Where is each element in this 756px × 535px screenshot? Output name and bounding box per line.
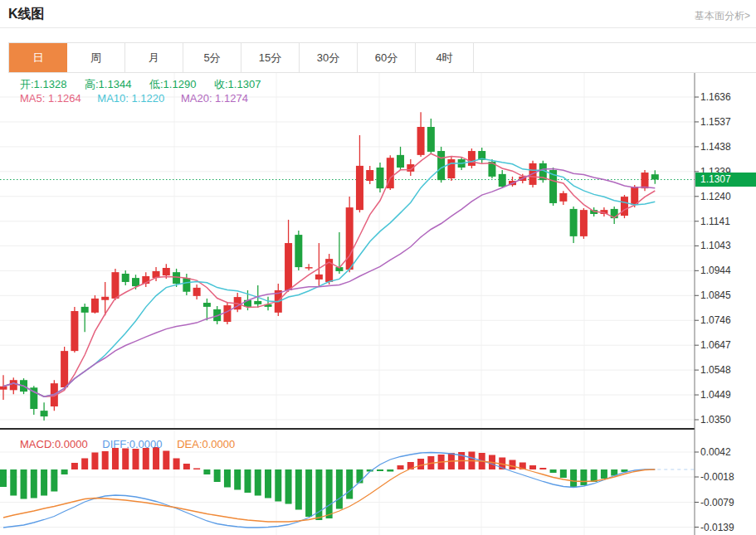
current-price-tag: 1.1307 xyxy=(695,173,756,187)
macd-bar xyxy=(295,469,302,510)
close-value: 收:1.1307 xyxy=(214,78,261,90)
macd-bar xyxy=(81,459,88,470)
price-tick-label: 1.0746 xyxy=(700,314,752,327)
macd-bar xyxy=(163,451,169,470)
diff-value: DIFF:0.0000 xyxy=(102,438,162,450)
tab-5min[interactable]: 5分 xyxy=(183,43,241,72)
macd-bar xyxy=(183,464,190,469)
macd-bar xyxy=(387,469,393,472)
macd-bar xyxy=(10,469,17,496)
candle-body xyxy=(132,278,139,286)
candle-body xyxy=(111,272,119,299)
chart-area: 开:1.1328 高:1.1344 低:1.1290 收:1.1307 MA5:… xyxy=(0,73,756,535)
tab-30min[interactable]: 30分 xyxy=(300,43,358,72)
macd-bar xyxy=(234,469,241,490)
candle-body xyxy=(163,268,170,275)
page-title: K线图 xyxy=(8,6,45,23)
candle-body xyxy=(254,301,261,304)
current-price-value: 1.1307 xyxy=(700,173,731,185)
candle-body xyxy=(499,174,506,187)
candle-body xyxy=(122,274,129,282)
macd-bar xyxy=(203,469,210,474)
candle-body xyxy=(346,207,354,270)
macd-bar xyxy=(529,465,536,469)
candle-body xyxy=(447,159,455,178)
macd-bar xyxy=(31,469,37,499)
macd-value: MACD:0.0000 xyxy=(20,438,88,450)
macd-bar xyxy=(224,469,231,488)
candle-body xyxy=(223,305,231,322)
macd-bar xyxy=(550,469,557,473)
macd-bar xyxy=(265,469,271,499)
macd-bar xyxy=(112,448,119,469)
candle-body xyxy=(437,151,445,180)
candle-body xyxy=(183,278,190,292)
kline-page: K线图 基本面分析> 日 周 月 5分 15分 30分 60分 4时 开:1.1… xyxy=(0,0,756,535)
macd-bar xyxy=(143,448,149,469)
chart-canvas[interactable] xyxy=(0,73,756,535)
tab-day[interactable]: 日 xyxy=(9,43,67,72)
price-tick-label: 1.1043 xyxy=(700,239,752,252)
tab-15min[interactable]: 15分 xyxy=(241,43,300,72)
macd-tick-label: -0.0139 xyxy=(700,521,752,534)
macd-bar xyxy=(305,469,312,517)
tab-4hour[interactable]: 4时 xyxy=(416,43,474,72)
macd-bar xyxy=(214,469,221,482)
candles-group xyxy=(0,112,659,421)
tab-month[interactable]: 月 xyxy=(125,43,183,72)
price-tick-label: 1.1141 xyxy=(700,215,752,228)
macd-histogram xyxy=(0,447,627,520)
high-value: 高:1.1344 xyxy=(85,78,131,90)
tab-week[interactable]: 周 xyxy=(67,43,125,72)
candle-body xyxy=(305,267,313,269)
macd-bar xyxy=(193,469,200,470)
macd-bar xyxy=(510,460,516,470)
candle-body xyxy=(366,170,373,181)
candle-body xyxy=(651,174,659,179)
candle-body xyxy=(81,307,89,313)
price-tick-label: 1.0449 xyxy=(700,388,752,401)
macd-legend: MACD:0.0000 DIFF:0.0000 DEA:0.0000 xyxy=(20,438,246,450)
macd-bar xyxy=(61,469,68,474)
tab-60min[interactable]: 60分 xyxy=(358,43,416,72)
price-tick-label: 1.0647 xyxy=(700,338,752,352)
ma5-value: MA5: 1.1264 xyxy=(20,92,81,105)
candle-body xyxy=(71,311,78,351)
macd-bar xyxy=(51,469,57,492)
candle-body xyxy=(427,127,435,152)
candle-body xyxy=(61,351,68,387)
candle-body xyxy=(101,297,109,300)
candle-body xyxy=(559,193,567,202)
macd-bar xyxy=(591,469,597,482)
macd-bar xyxy=(153,447,159,469)
macd-bar xyxy=(539,468,546,469)
macd-bar xyxy=(275,469,281,502)
price-tick-label: 1.0548 xyxy=(700,363,752,377)
candle-body xyxy=(203,303,211,307)
macd-bar xyxy=(255,469,261,496)
candle-body xyxy=(397,155,404,168)
ma-legend: MA5: 1.1264 MA10: 1.1220 MA20: 1.1274 xyxy=(20,92,261,105)
candle-body xyxy=(10,380,17,390)
macd-bar xyxy=(560,469,567,478)
macd-bar xyxy=(398,465,404,469)
macd-tick-label: -0.0018 xyxy=(700,470,752,484)
macd-bar xyxy=(601,469,607,479)
macd-bar xyxy=(336,469,343,509)
candle-body xyxy=(41,411,48,416)
candle-body xyxy=(91,299,99,313)
macd-bar xyxy=(133,449,139,469)
macd-bar xyxy=(377,469,383,471)
candle-body xyxy=(417,127,425,155)
macd-bar xyxy=(102,451,109,469)
header-divider xyxy=(0,27,756,28)
period-tab-bar: 日 周 月 5分 15分 30分 60分 4时 xyxy=(8,42,756,73)
ma10-value: MA10: 1.1220 xyxy=(97,92,164,105)
open-value: 开:1.1328 xyxy=(20,78,66,90)
candle-body xyxy=(376,168,383,188)
macd-bar xyxy=(71,463,78,469)
fundamental-analysis-link[interactable]: 基本面分析> xyxy=(695,9,750,23)
candle-body xyxy=(285,243,292,290)
low-value: 低:1.1290 xyxy=(149,78,196,90)
price-tick-label: 1.0845 xyxy=(700,289,752,302)
